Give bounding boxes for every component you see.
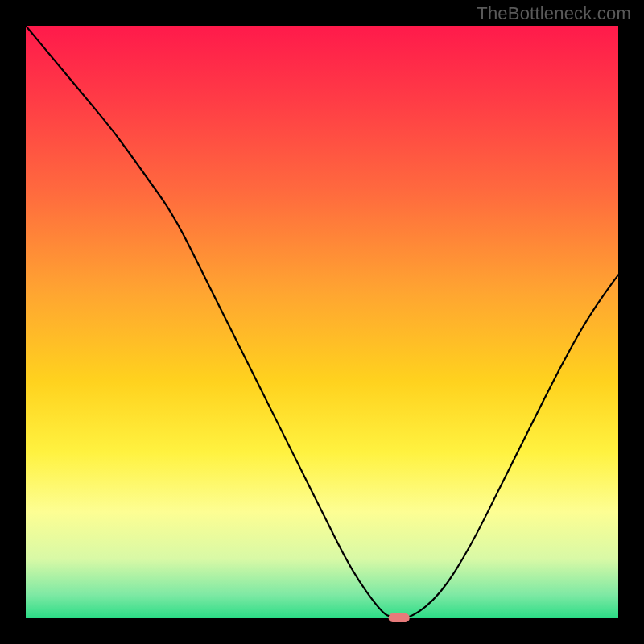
bottleneck-chart (0, 0, 644, 644)
plot-background (26, 26, 618, 618)
watermark-text: TheBottleneck.com (477, 3, 631, 24)
optimal-marker (389, 613, 410, 622)
chart-frame: TheBottleneck.com (0, 0, 644, 644)
